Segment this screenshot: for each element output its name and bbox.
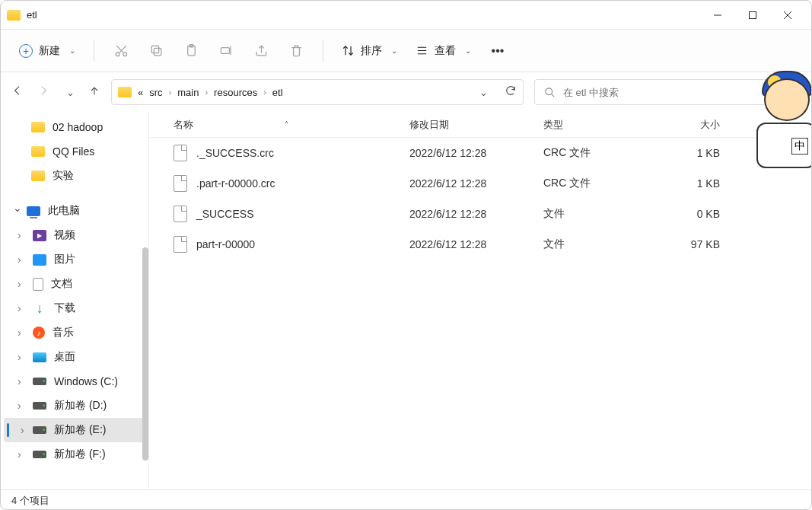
chevron-down-icon: ⌄ <box>465 46 471 55</box>
file-type: 文件 <box>543 207 661 221</box>
sidebar-item-pictures[interactable]: 图片 <box>1 247 148 272</box>
sidebar-this-pc[interactable]: 此电脑 <box>1 199 148 223</box>
up-button[interactable] <box>88 84 100 100</box>
delete-button[interactable] <box>280 37 312 65</box>
file-row[interactable]: _SUCCESS2022/6/12 12:28文件0 KB <box>149 199 811 229</box>
file-type: CRC 文件 <box>543 146 661 160</box>
file-type: 文件 <box>543 237 661 251</box>
scrollbar-thumb[interactable] <box>142 247 148 461</box>
drive-icon <box>33 402 46 410</box>
sidebar-item-downloads[interactable]: ↓下载 <box>1 296 148 320</box>
file-row[interactable]: .part-r-00000.crc2022/6/12 12:28CRC 文件1 … <box>149 168 811 199</box>
close-button[interactable] <box>770 3 805 27</box>
copy-button[interactable] <box>140 37 172 65</box>
sidebar-item-drive-e[interactable]: 新加卷 (E:) <box>4 418 145 442</box>
file-date: 2022/6/12 12:28 <box>409 147 543 159</box>
download-icon: ↓ <box>33 301 46 315</box>
drive-icon <box>33 426 46 434</box>
column-date[interactable]: 修改日期 <box>409 118 543 132</box>
svg-point-5 <box>123 53 126 56</box>
view-label: 查看 <box>435 44 456 58</box>
sort-label: 排序 <box>361 44 382 58</box>
search-icon <box>544 87 556 98</box>
sidebar-label: 桌面 <box>54 350 75 364</box>
search-box[interactable] <box>534 79 801 105</box>
sidebar: 02 hadoop QQ Files 实验 此电脑 视频 图片 文档 ↓下载 ♪… <box>1 112 148 489</box>
column-type[interactable]: 类型 <box>543 118 661 132</box>
separator <box>323 40 323 62</box>
svg-point-17 <box>546 88 552 94</box>
picture-icon <box>33 254 46 266</box>
more-button[interactable]: ••• <box>482 37 514 65</box>
breadcrumb-item[interactable]: etl <box>272 87 283 98</box>
sidebar-item-documents[interactable]: 文档 <box>1 272 148 296</box>
column-size[interactable]: 大小 <box>661 118 729 132</box>
sidebar-quick-item[interactable]: QQ Files <box>1 139 148 164</box>
sidebar-label: 下载 <box>54 301 75 315</box>
sidebar-item-drive-f[interactable]: 新加卷 (F:) <box>1 442 148 467</box>
column-name[interactable]: 名称˄ <box>174 118 409 132</box>
breadcrumb-item[interactable]: src› <box>149 87 171 98</box>
breadcrumb-item[interactable]: resources› <box>214 87 266 98</box>
folder-icon <box>31 146 45 157</box>
sidebar-quick-item[interactable]: 02 hadoop <box>1 115 148 139</box>
new-button[interactable]: + 新建 ⌄ <box>11 40 83 62</box>
sidebar-label: QQ Files <box>53 145 94 158</box>
breadcrumb-item[interactable]: main› <box>177 87 208 98</box>
sidebar-label: 图片 <box>54 253 75 266</box>
minimize-button[interactable] <box>700 3 735 27</box>
file-name: .part-r-00000.crc <box>196 177 275 190</box>
breadcrumb-dropdown[interactable]: ⌄ <box>479 87 488 98</box>
file-date: 2022/6/12 12:28 <box>409 177 543 190</box>
sidebar-label: 新加卷 (D:) <box>54 399 107 413</box>
sidebar-label: 实验 <box>53 169 74 183</box>
breadcrumb-folder-icon <box>118 87 132 97</box>
desktop-icon <box>33 352 46 362</box>
history-dropdown[interactable]: ⌄ <box>66 87 75 98</box>
file-row[interactable]: ._SUCCESS.crc2022/6/12 12:28CRC 文件1 KB <box>149 138 811 168</box>
folder-icon <box>31 122 45 132</box>
sidebar-label: 新加卷 (E:) <box>54 423 106 437</box>
main-area: 02 hadoop QQ Files 实验 此电脑 视频 图片 文档 ↓下载 ♪… <box>1 112 811 489</box>
file-size: 97 KB <box>661 238 729 250</box>
status-bar: 4 个项目 <box>1 489 811 510</box>
maximize-button[interactable] <box>735 3 770 27</box>
sidebar-quick-item[interactable]: 实验 <box>1 164 148 188</box>
sidebar-item-music[interactable]: ♪音乐 <box>1 320 148 345</box>
chevron-down-icon: ⌄ <box>69 46 75 55</box>
view-button[interactable]: 查看 ⌄ <box>408 40 479 62</box>
back-button[interactable] <box>11 84 24 100</box>
breadcrumb[interactable]: « src› main› resources› etl ⌄ <box>111 79 524 105</box>
plus-icon: + <box>19 44 33 58</box>
sidebar-item-videos[interactable]: 视频 <box>1 223 148 247</box>
file-row[interactable]: part-r-000002022/6/12 12:28文件97 KB <box>149 229 811 260</box>
file-name: ._SUCCESS.crc <box>196 147 274 159</box>
sort-button[interactable]: 排序 ⌄ <box>334 40 405 62</box>
item-count: 4 个项目 <box>11 494 49 508</box>
sidebar-label: 此电脑 <box>48 204 80 218</box>
toolbar: + 新建 ⌄ 排序 ⌄ 查看 ⌄ ••• <box>1 30 811 72</box>
rename-button[interactable] <box>210 37 242 65</box>
window-controls <box>700 3 805 27</box>
forward-button[interactable] <box>37 84 49 100</box>
sidebar-item-drive-d[interactable]: 新加卷 (D:) <box>1 394 148 418</box>
folder-icon <box>31 171 45 181</box>
file-icon <box>174 236 187 253</box>
sidebar-item-drive-c[interactable]: Windows (C:) <box>1 369 148 394</box>
search-input[interactable] <box>563 87 791 98</box>
file-name: _SUCCESS <box>196 208 253 220</box>
separator <box>94 40 94 62</box>
refresh-button[interactable] <box>505 84 517 100</box>
svg-line-6 <box>119 46 126 53</box>
share-button[interactable] <box>245 37 277 65</box>
svg-rect-12 <box>221 48 229 54</box>
cut-button[interactable] <box>105 37 137 65</box>
new-label: 新建 <box>39 44 60 58</box>
svg-line-18 <box>551 94 554 97</box>
window-title: etl <box>27 9 700 21</box>
view-icon <box>416 44 428 57</box>
paste-button[interactable] <box>175 37 207 65</box>
sidebar-item-desktop[interactable]: 桌面 <box>1 345 148 369</box>
file-icon <box>174 206 187 222</box>
file-size: 0 KB <box>661 208 729 220</box>
